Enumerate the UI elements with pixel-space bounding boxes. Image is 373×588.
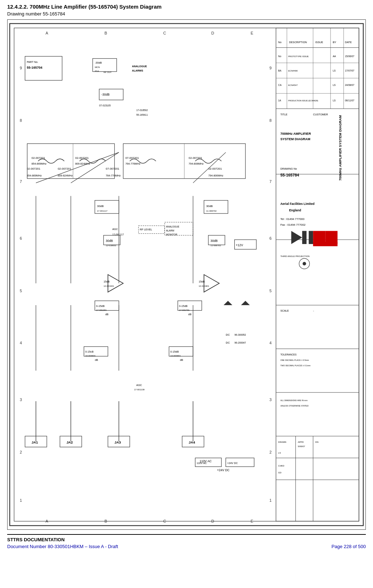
svg-text:30dB: 30dB (106, 239, 113, 243)
svg-text:02-007201: 02-007201 (58, 167, 72, 170)
svg-text:17-016502: 17-016502 (136, 109, 148, 111)
svg-text:-30dB: -30dB (101, 93, 110, 96)
svg-text:ALARM: ALARM (166, 229, 174, 232)
svg-text:5: 5 (20, 289, 22, 293)
svg-text:11-006702: 11-006702 (206, 210, 217, 212)
svg-text:CA: CA (278, 84, 282, 86)
svg-text:AGC: AGC (112, 228, 118, 231)
svg-text:0-15dB: 0-15dB (179, 304, 188, 308)
footer-area: STTRS DOCUMENTATION Document Number 80-3… (7, 534, 366, 549)
svg-text:B: B (105, 519, 107, 523)
heading-title: 12.4.2.2. 700MHz Line Amplifier (55-1657… (7, 4, 162, 10)
svg-text:A: A (46, 519, 49, 523)
svg-rect-59 (313, 242, 337, 246)
page-heading: 12.4.2.2. 700MHz Line Amplifier (55-1657… (7, 4, 366, 10)
svg-text:UNLESS OTHERWISE STATED: UNLESS OTHERWISE STATED (280, 405, 309, 407)
svg-text:1: 1 (270, 498, 272, 502)
drawing-number: Drawing number 55-165784 (7, 11, 366, 17)
svg-text:12-021901: 12-021901 (103, 285, 114, 287)
svg-text:ANALOGUE: ANALOGUE (132, 65, 147, 68)
svg-point-61 (303, 262, 306, 266)
page-container: 12.4.2.2. 700MHz Line Amplifier (55-1657… (0, 0, 373, 553)
svg-text:0-15dB: 0-15dB (96, 304, 105, 308)
svg-text:MCN: MCN (95, 66, 100, 68)
svg-text:9: 9 (20, 66, 22, 70)
svg-text:GD: GD (278, 472, 282, 474)
svg-text:10-000901: 10-000901 (85, 355, 96, 357)
svg-text:SYSTEM DIAGRAM: SYSTEM DIAGRAM (280, 137, 310, 141)
svg-text:JA4: JA4 (189, 440, 195, 444)
svg-text:CHKD: CHKD (278, 465, 285, 467)
svg-text:17/07/07: 17/07/07 (345, 69, 354, 72)
svg-text:809-824MHz: 809-824MHz (58, 174, 73, 177)
svg-text:854-869MHz: 854-869MHz (27, 174, 42, 177)
svg-text:D: D (211, 519, 214, 523)
svg-text:12-021901: 12-021901 (199, 285, 209, 287)
svg-text:DN: DN (315, 441, 318, 443)
svg-text:dB: dB (95, 358, 98, 362)
svg-text:24/08/07: 24/08/07 (345, 84, 354, 86)
svg-text:794-806MHz: 794-806MHz (189, 162, 204, 165)
svg-text:DRAWING No: DRAWING No (280, 167, 297, 170)
svg-text:No: No (278, 55, 281, 58)
svg-text:5: 5 (270, 289, 272, 293)
svg-text:JA2: JA2 (66, 440, 73, 444)
svg-text:RF LEVEL: RF LEVEL (140, 228, 152, 231)
svg-text:1A: 1A (278, 99, 281, 102)
svg-text:+24V DC: +24V DC (227, 461, 238, 465)
svg-text:LS: LS (333, 84, 336, 86)
svg-text:17-001117: 17-001117 (97, 210, 108, 212)
svg-text:dB: dB (188, 313, 192, 316)
svg-text:RF OUT: RF OUT (103, 71, 112, 73)
svg-rect-56 (309, 231, 313, 244)
diagram-area: No DESCRIPTION ISSUE BY DATE No PROTOTYP… (7, 19, 366, 530)
svg-text:Aerial Facilities Limited: Aerial Facilities Limited (280, 202, 314, 206)
svg-text:8: 8 (270, 118, 272, 123)
svg-text:E: E (251, 519, 253, 523)
svg-text:AGC: AGC (136, 383, 142, 387)
svg-text:JA3: JA3 (115, 440, 121, 444)
svg-text:7: 7 (20, 179, 22, 184)
svg-text:06/11/07: 06/11/07 (345, 99, 354, 102)
svg-rect-55 (302, 231, 307, 244)
svg-text:11-006702: 11-006702 (211, 244, 221, 247)
svg-text:96-200047: 96-200047 (235, 341, 246, 344)
svg-text:A: A (46, 31, 49, 35)
svg-text:AA: AA (333, 55, 336, 58)
svg-text:ONE DECIMAL PLACE ± 0.5mm: ONE DECIMAL PLACE ± 0.5mm (280, 359, 309, 361)
svg-text:794-806MHz: 794-806MHz (208, 174, 224, 177)
svg-text:TOLERANCES: TOLERANCES (280, 353, 297, 356)
svg-text:17-001201: 17-001201 (96, 309, 107, 311)
svg-text:THIRD ANGLE PROJECTION: THIRD ANGLE PROJECTION (280, 255, 309, 257)
footer-sttrs-label: STTRS DOCUMENTATION (7, 537, 366, 542)
svg-text:C: C (163, 519, 166, 523)
svg-text:2: 2 (270, 450, 272, 454)
svg-text:55-165704: 55-165704 (27, 66, 42, 69)
svg-text:07-015105: 07-015105 (99, 104, 111, 107)
svg-text:E: E (251, 31, 253, 35)
svg-text:ISSUE: ISSUE (315, 41, 323, 44)
svg-text:10-000901: 10-000901 (170, 355, 181, 357)
svg-text:-30dB: -30dB (95, 61, 102, 64)
svg-text:ALL DIMENSIONS ARE IN mm: ALL DIMENSIONS ARE IN mm (280, 399, 308, 401)
svg-text:02-007201: 02-007201 (208, 167, 222, 170)
svg-text:PROTOTYPE ISSUE: PROTOTYPE ISSUE (288, 55, 309, 58)
svg-text:1: 1 (20, 498, 22, 502)
svg-text:ANALOGUE: ANALOGUE (166, 225, 180, 228)
svg-text:7: 7 (270, 179, 272, 184)
svg-text:JA1: JA1 (32, 440, 38, 444)
svg-text:5/06/07: 5/06/07 (298, 445, 305, 447)
footer-page-number: Page 228 of 500 (332, 544, 366, 549)
svg-text:BA: BA (278, 69, 281, 72)
svg-text:D: D (211, 31, 214, 35)
svg-text:CUSTOMER: CUSTOMER (313, 113, 328, 116)
svg-text:C: C (163, 31, 166, 35)
svg-text:B: B (105, 31, 107, 35)
svg-text:TITLE: TITLE (280, 113, 287, 116)
svg-text:DATE: DATE (345, 41, 352, 44)
svg-text:DC: DC (226, 341, 230, 344)
svg-text:4: 4 (270, 341, 272, 345)
svg-text:Tel : 01494 777000: Tel : 01494 777000 (280, 217, 305, 221)
svg-text:+24V DC: +24V DC (217, 468, 230, 472)
svg-text:96-300052: 96-300052 (235, 334, 246, 336)
